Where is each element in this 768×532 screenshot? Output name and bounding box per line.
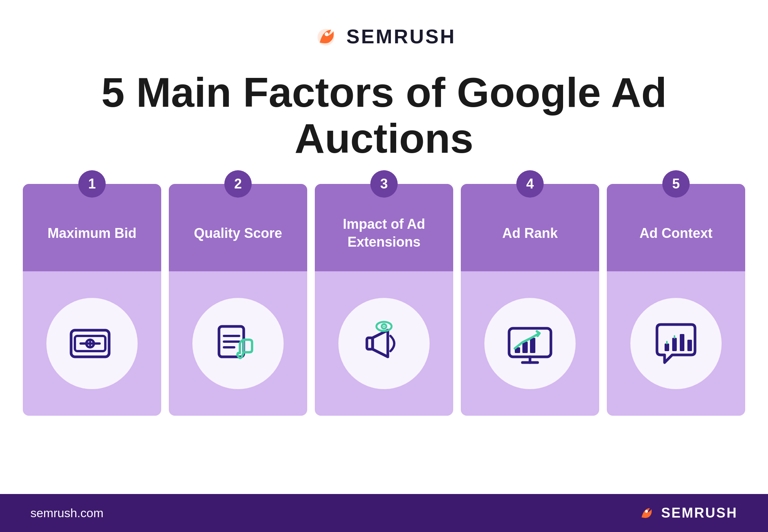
card-3-bottom <box>315 271 453 416</box>
card-4: 4 Ad Rank <box>461 184 599 416</box>
card-1: 1 Maximum Bid <box>23 184 161 416</box>
card-5-icon-circle <box>630 298 722 389</box>
card-2-label: Quality Score <box>194 225 282 242</box>
card-2-bottom <box>169 271 307 416</box>
card-4-label: Ad Rank <box>502 225 558 242</box>
svg-rect-25 <box>687 340 692 351</box>
badge-2: 2 <box>224 170 252 198</box>
card-5: 5 Ad Context <box>607 184 745 416</box>
header: SEMRUSH <box>0 0 768 62</box>
card-5-bottom <box>607 271 745 416</box>
svg-point-15 <box>383 326 385 327</box>
header-logo-text: SEMRUSH <box>346 25 456 48</box>
footer: semrush.com SEMRUSH <box>0 494 768 532</box>
badge-4: 4 <box>516 170 544 198</box>
card-1-label: Maximum Bid <box>48 225 136 242</box>
card-5-label: Ad Context <box>639 225 712 242</box>
badge-5: 5 <box>662 170 690 198</box>
svg-rect-20 <box>522 342 528 353</box>
svg-rect-24 <box>680 334 684 351</box>
svg-rect-23 <box>672 338 677 351</box>
ad-rank-icon <box>505 319 555 368</box>
svg-rect-22 <box>665 344 669 351</box>
footer-logo: SEMRUSH <box>636 503 738 523</box>
card-1-bottom <box>23 271 161 416</box>
badge-1: 1 <box>78 170 106 198</box>
badge-3: 3 <box>370 170 398 198</box>
card-2-icon-circle <box>192 298 284 389</box>
footer-logo-icon <box>636 503 656 523</box>
card-3: 3 Impact of Ad Extensions <box>315 184 453 416</box>
svg-rect-21 <box>530 338 535 353</box>
card-4-icon-circle <box>484 298 576 389</box>
cards-container: 1 Maximum Bid 2 Quality Score <box>0 184 768 494</box>
ad-extensions-icon <box>359 319 409 368</box>
card-3-icon-circle <box>338 298 430 389</box>
card-4-bottom <box>461 271 599 416</box>
bid-icon <box>67 319 117 368</box>
quality-score-icon <box>213 319 263 368</box>
card-1-icon-circle <box>46 298 138 389</box>
svg-point-28 <box>645 510 648 513</box>
ad-context-icon <box>651 319 701 368</box>
card-3-label: Impact of Ad Extensions <box>326 215 442 251</box>
svg-point-1 <box>325 32 328 36</box>
page-title: 5 Main Factors of Google Ad Auctions <box>0 62 768 184</box>
semrush-logo-icon <box>312 23 340 50</box>
footer-logo-text: SEMRUSH <box>661 505 738 521</box>
footer-url: semrush.com <box>30 506 103 520</box>
card-2: 2 Quality Score <box>169 184 307 416</box>
svg-rect-12 <box>367 338 373 349</box>
